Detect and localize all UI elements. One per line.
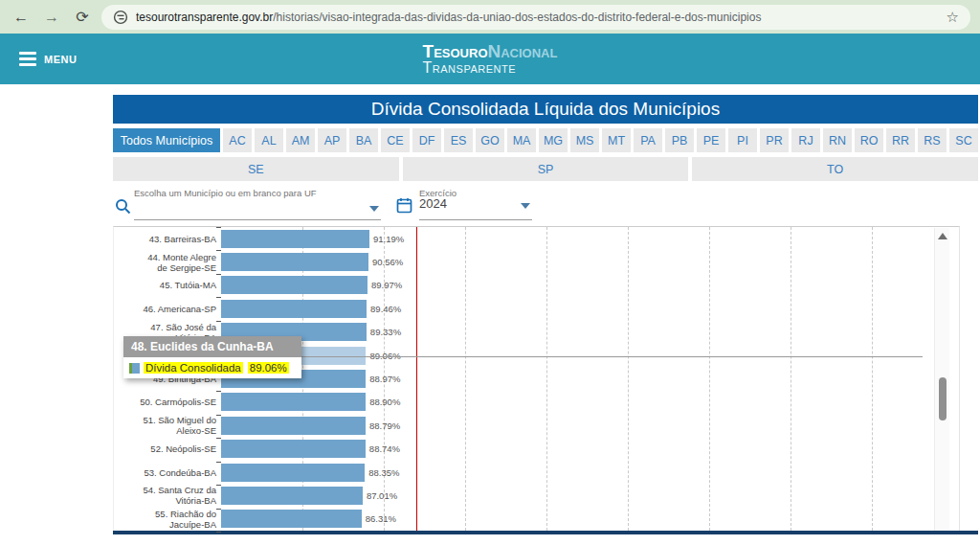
tab-uf-df[interactable]: DF — [412, 128, 441, 152]
search-icon[interactable] — [115, 198, 131, 215]
url-path: /historias/visao-integrada-das-dividas-d… — [273, 11, 761, 24]
tab-uf-ap[interactable]: AP — [318, 128, 346, 152]
bar-55[interactable] — [221, 510, 362, 528]
tooltip-crosshair-line — [221, 356, 923, 357]
url-domain: tesourotransparente.gov.br — [136, 11, 273, 24]
chart-row: 53. Condeúba-BA88.35% — [114, 461, 959, 484]
chart-scrollbar[interactable] — [934, 228, 949, 531]
chart-row: 50. Carmópolis-SE88.90% — [114, 391, 959, 414]
chevron-down-icon[interactable] — [521, 203, 530, 209]
series-swatch-icon — [129, 363, 140, 374]
tab-uf-pe[interactable]: PE — [697, 128, 725, 152]
tab-todos-municipios[interactable]: Todos Municípios — [113, 128, 220, 152]
value-label: 88.97% — [369, 374, 400, 384]
site-header: MENU TesouroNacional Transparente — [0, 34, 980, 84]
tab-uf-rs[interactable]: RS — [918, 128, 947, 152]
value-label: 91.19% — [373, 234, 404, 244]
tab-uf-pi[interactable]: PI — [728, 128, 757, 152]
tooltip-value: 89.06% — [248, 362, 289, 374]
chart-row: 43. Barreiras-BA91.19% — [114, 227, 959, 250]
site-info-icon[interactable] — [113, 10, 128, 25]
tooltip-series-label: Dívida Consolidada — [144, 362, 243, 374]
tab-uf-to[interactable]: TO — [692, 157, 978, 181]
tab-uf-ba[interactable]: BA — [349, 128, 378, 152]
tab-uf-pr[interactable]: PR — [760, 128, 789, 152]
exercicio-dropdown[interactable]: 2024 — [419, 196, 532, 220]
tab-uf-go[interactable]: GO — [476, 128, 504, 152]
value-label: 87.01% — [367, 490, 397, 501]
bar-chart: 43. Barreiras-BA91.19%44. Monte Alegrede… — [113, 226, 960, 531]
chart-row: 54. Santa Cruz daVitória-BA87.01% — [114, 484, 959, 507]
bar-52[interactable] — [221, 440, 366, 458]
bar-54[interactable] — [221, 487, 363, 505]
bar-53[interactable] — [221, 464, 365, 482]
category-label: 43. Barreiras-BA — [114, 234, 221, 244]
bookmark-star-icon[interactable]: ☆ — [947, 9, 959, 26]
category-label: 52. Neópolis-SE — [114, 443, 221, 454]
chart-row: 55. Riachão doJacuípe-BA86.31% — [114, 508, 959, 531]
category-label: 55. Riachão doJacuípe-BA — [114, 509, 221, 530]
tab-uf-es[interactable]: ES — [444, 128, 473, 152]
tab-uf-ac[interactable]: AC — [223, 128, 252, 152]
value-label: 90.56% — [372, 257, 403, 267]
tab-uf-se[interactable]: SE — [113, 157, 399, 181]
value-label: 88.79% — [369, 420, 400, 431]
back-button[interactable]: ← — [10, 6, 33, 29]
chart-row: 52. Neópolis-SE88.74% — [114, 438, 959, 461]
site-logo: TesouroNacional Transparente — [0, 42, 980, 77]
menu-button[interactable]: MENU — [19, 52, 77, 66]
bar-44[interactable] — [221, 253, 368, 271]
chart-rows: 43. Barreiras-BA91.19%44. Monte Alegrede… — [114, 227, 959, 531]
bar-46[interactable] — [221, 300, 367, 318]
bar-51[interactable] — [221, 417, 366, 435]
url-text[interactable]: tesourotransparente.gov.br/historias/vis… — [136, 11, 939, 24]
category-label: 53. Condeúba-BA — [114, 467, 221, 478]
calendar-icon[interactable] — [396, 197, 412, 214]
chart-row: 45. Tutóia-MA89.97% — [114, 274, 959, 297]
tab-uf-ro[interactable]: RO — [855, 128, 883, 152]
tab-uf-sp[interactable]: SP — [403, 157, 689, 181]
next-section-edge — [113, 531, 978, 534]
forward-button[interactable]: → — [40, 6, 63, 29]
tab-uf-rj[interactable]: RJ — [791, 128, 820, 152]
tab-uf-mg[interactable]: MG — [539, 128, 568, 152]
scrollbar-thumb[interactable] — [939, 377, 947, 420]
chevron-down-icon[interactable] — [369, 206, 379, 212]
municipio-filter-label: Escolha um Município ou em branco para U… — [134, 188, 317, 198]
browser-toolbar: ← → ⟳ tesourotransparente.gov.br/histori… — [0, 0, 980, 34]
bar-50[interactable] — [221, 393, 366, 411]
tab-uf-pb[interactable]: PB — [665, 128, 694, 152]
value-label: 89.33% — [370, 327, 401, 337]
chart-title: Dívida Consolidada Líquida dos Município… — [371, 99, 720, 120]
tab-uf-ce[interactable]: CE — [381, 128, 410, 152]
category-label: 45. Tutóia-MA — [114, 280, 221, 290]
tab-uf-ma[interactable]: MA — [507, 128, 536, 152]
uf-tabs-row2: SESPTO — [113, 157, 978, 181]
tab-uf-mt[interactable]: MT — [602, 128, 631, 152]
value-label: 86.31% — [366, 513, 396, 524]
tab-uf-pa[interactable]: PA — [634, 128, 662, 152]
chart-tooltip: 48. Euclides da Cunha-BA Dívida Consolid… — [123, 336, 301, 378]
tab-uf-rn[interactable]: RN — [823, 128, 852, 152]
logo-tesouro: Tesouro — [423, 41, 488, 61]
tab-uf-sc[interactable]: SC — [949, 128, 978, 152]
tab-uf-ms[interactable]: MS — [570, 128, 599, 152]
tooltip-title: 48. Euclides da Cunha-BA — [123, 336, 301, 357]
tab-uf-al[interactable]: AL — [255, 128, 283, 152]
exercicio-dropdown-value: 2024 — [419, 196, 447, 211]
tab-uf-am[interactable]: AM — [286, 128, 315, 152]
category-label: 46. Americana-SP — [114, 304, 221, 314]
address-bar[interactable]: tesourotransparente.gov.br/historias/vis… — [101, 5, 970, 30]
value-label: 89.46% — [370, 304, 401, 314]
filter-bar: Escolha um Município ou em branco para U… — [113, 184, 978, 227]
municipio-dropdown[interactable] — [134, 199, 381, 220]
bar-45[interactable] — [221, 276, 368, 294]
value-label: 88.74% — [369, 443, 400, 454]
value-label: 89.97% — [371, 280, 402, 290]
reload-button[interactable]: ⟳ — [71, 6, 94, 29]
category-label: 50. Carmópolis-SE — [114, 397, 221, 407]
scroll-up-arrow-icon[interactable] — [938, 233, 947, 239]
uf-tabs-row1: Todos Municípios ACALAMAPBACEDFESGOMAMGM… — [113, 128, 978, 152]
bar-43[interactable] — [221, 230, 369, 248]
tab-uf-rr[interactable]: RR — [886, 128, 915, 152]
